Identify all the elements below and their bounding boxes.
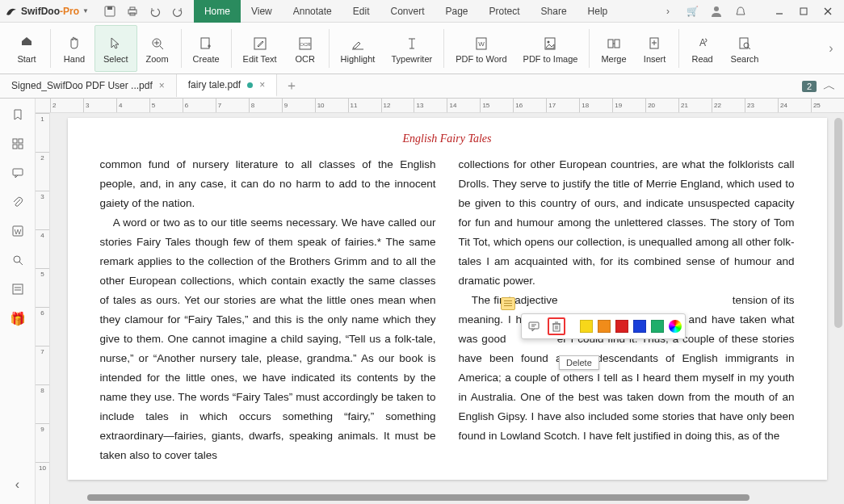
color-swatch[interactable] — [615, 320, 628, 333]
app-menu-drop[interactable]: ▼ — [82, 7, 89, 15]
user-icon[interactable] — [707, 2, 726, 21]
svg-line-13 — [160, 46, 163, 49]
tab-label: Signed_SwifDoo PDF User ...pdf — [11, 80, 153, 91]
svg-point-45 — [14, 256, 20, 262]
svg-line-46 — [19, 262, 23, 265]
cursor-icon — [107, 33, 124, 54]
svg-rect-1 — [107, 6, 112, 10]
body-text: common fund of nursery literature to all… — [100, 155, 436, 213]
ribbon-pdf-to-image[interactable]: PDF to Image — [515, 25, 586, 72]
document-tab[interactable]: fairy tale.pdf× — [177, 74, 277, 97]
ribbon-pdf-to-word[interactable]: WPDF to Word — [447, 25, 514, 72]
svg-rect-39 — [19, 139, 23, 143]
menu-help[interactable]: Help — [577, 0, 619, 23]
redo-icon[interactable] — [170, 3, 186, 19]
vertical-ruler: 12345678910 — [36, 113, 50, 504]
svg-rect-50 — [529, 322, 539, 329]
sticky-note-icon[interactable] — [501, 297, 515, 310]
pdf-page: English Fairy Tales common fund of nurse… — [68, 118, 827, 480]
tab-close-icon[interactable]: × — [159, 80, 165, 91]
home-icon — [19, 33, 35, 54]
thumbnails-icon[interactable] — [8, 134, 27, 153]
save-icon[interactable] — [102, 3, 118, 19]
sidebar-expand-icon[interactable]: ‹ — [8, 475, 27, 494]
attachment-icon[interactable] — [8, 192, 27, 212]
ribbon-typewriter[interactable]: Typewriter — [383, 25, 440, 72]
ribbon-merge[interactable]: Merge — [593, 25, 634, 72]
bookmark-icon[interactable] — [8, 105, 27, 124]
document-tab[interactable]: Signed_SwifDoo PDF User ...pdf× — [0, 74, 177, 97]
ribbon-highlight[interactable]: Highlight — [333, 25, 384, 72]
ribbon-start[interactable]: Start — [6, 25, 47, 72]
color-wheel-icon[interactable] — [669, 320, 682, 333]
highlight-icon — [350, 33, 366, 54]
merge-icon — [606, 33, 622, 54]
ribbon-hand[interactable]: Hand — [54, 25, 94, 72]
svg-rect-53 — [553, 324, 560, 331]
print-icon[interactable] — [124, 3, 141, 19]
form-icon[interactable] — [8, 279, 27, 299]
app-logo: SwifDoo-Pro ▼ — [0, 5, 94, 18]
zoom-icon — [149, 33, 166, 54]
svg-rect-28 — [608, 40, 613, 48]
comment-icon[interactable] — [525, 317, 543, 335]
color-swatch[interactable] — [633, 320, 646, 333]
menu-share[interactable]: Share — [531, 0, 577, 23]
minimize-icon[interactable] — [770, 2, 789, 21]
body-text: collections for other European countries… — [459, 155, 795, 291]
ribbon-ocr[interactable]: OCROCR — [285, 25, 325, 72]
body-text: A word or two as to our title seems nece… — [100, 213, 436, 465]
ribbon-read[interactable]: ARead — [682, 25, 723, 72]
cart-icon[interactable]: 🛒 — [682, 2, 702, 21]
color-swatch[interactable] — [580, 320, 593, 333]
swifdoo-icon — [5, 5, 18, 18]
tab-close-icon[interactable]: × — [259, 79, 265, 90]
vertical-scrollbar[interactable] — [834, 118, 842, 489]
menu-protect[interactable]: Protect — [479, 0, 531, 23]
ribbon-select[interactable]: Select — [94, 25, 137, 72]
annotation-toolbar — [521, 313, 686, 339]
menu-convert[interactable]: Convert — [380, 0, 435, 23]
menu-home[interactable]: Home — [194, 0, 241, 23]
color-swatch[interactable] — [651, 320, 664, 333]
toword-icon: W — [473, 33, 489, 54]
app-name-1: SwifDoo — [21, 6, 60, 17]
comments-icon[interactable] — [8, 163, 27, 183]
tabs-collapse-icon[interactable]: ︿ — [823, 78, 836, 94]
gift-icon[interactable]: 🎁 — [8, 309, 27, 328]
add-tab-button[interactable]: ＋ — [277, 78, 306, 94]
ribbon-edit-text[interactable]: Edit Text — [235, 25, 285, 72]
ribbon-create[interactable]: Create — [185, 25, 228, 72]
tab-count-badge: 2 — [802, 81, 817, 92]
menu-annotate[interactable]: Annotate — [283, 0, 342, 23]
word-icon[interactable]: W — [8, 221, 27, 241]
svg-rect-42 — [13, 169, 23, 175]
find-icon[interactable] — [8, 250, 27, 270]
delete-icon[interactable] — [548, 317, 565, 335]
horizontal-scrollbar[interactable] — [87, 494, 699, 501]
app-name-2: -Pro — [60, 6, 79, 17]
bell-icon[interactable] — [731, 2, 750, 21]
tab-label: fairy tale.pdf — [188, 79, 241, 90]
menu-edit[interactable]: Edit — [342, 0, 380, 23]
close-icon[interactable] — [818, 2, 838, 21]
ribbon-search[interactable]: Search — [723, 25, 767, 72]
read-icon: A — [695, 33, 711, 54]
ribbon-insert[interactable]: Insert — [635, 25, 675, 72]
create-icon — [198, 33, 214, 54]
ribbon-expand-icon[interactable]: › — [825, 23, 838, 74]
more-menu-icon[interactable]: › — [658, 2, 678, 21]
svg-rect-29 — [615, 40, 619, 48]
horizontal-ruler: 2345678910111213141516171819202122232425 — [36, 99, 844, 113]
menu-view[interactable]: View — [241, 0, 283, 23]
modified-indicator-icon — [247, 82, 253, 88]
maximize-icon[interactable] — [794, 2, 813, 21]
ribbon-zoom[interactable]: Zoom — [137, 25, 178, 72]
insert-icon — [647, 33, 663, 54]
undo-icon[interactable] — [147, 3, 163, 19]
color-swatch[interactable] — [598, 320, 611, 333]
svg-rect-41 — [19, 145, 23, 149]
menu-page[interactable]: Page — [435, 0, 479, 23]
svg-rect-3 — [130, 7, 135, 10]
svg-text:W: W — [478, 40, 485, 48]
